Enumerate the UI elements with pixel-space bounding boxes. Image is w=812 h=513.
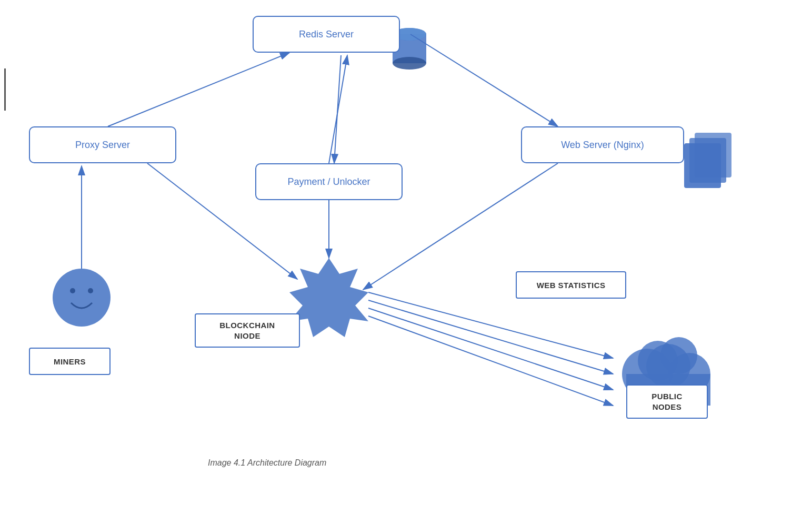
web-statistics-label: WEB STATISTICS [537, 281, 606, 290]
blockchain-node-label: BLOCKCHAINNIODE [219, 320, 275, 341]
redis-server-box: Redis Server [253, 16, 400, 53]
miners-box: MINERS [29, 348, 111, 375]
left-edge-mark [4, 68, 6, 111]
svg-line-22 [334, 55, 341, 163]
svg-point-12 [88, 288, 93, 293]
payment-unlocker-label: Payment / Unlocker [287, 176, 370, 188]
blockchain-node-box: BLOCKCHAINNIODE [195, 313, 300, 348]
payment-unlocker-box: Payment / Unlocker [255, 163, 403, 200]
web-server-box: Web Server (Nginx) [521, 126, 684, 163]
svg-point-17 [660, 337, 697, 374]
svg-line-27 [368, 292, 613, 358]
diagram-caption: Image 4.1 Architecture Diagram [208, 458, 326, 468]
svg-marker-9 [289, 258, 368, 337]
svg-point-4 [393, 57, 426, 70]
miners-label: MINERS [54, 357, 86, 366]
svg-point-16 [638, 341, 678, 381]
public-nodes-box: PUBLICNODES [626, 384, 708, 419]
svg-line-21 [329, 55, 347, 163]
svg-line-29 [368, 308, 613, 390]
svg-rect-6 [695, 133, 731, 177]
svg-line-20 [410, 34, 558, 126]
public-nodes-label: PUBLICNODES [651, 391, 683, 412]
svg-line-28 [368, 300, 613, 374]
web-statistics-box: WEB STATISTICS [516, 271, 626, 299]
svg-point-11 [70, 288, 75, 293]
svg-line-30 [368, 316, 613, 406]
architecture-diagram: Redis Server Proxy Server Payment / Unlo… [0, 0, 812, 513]
proxy-server-box: Proxy Server [29, 126, 176, 163]
svg-rect-8 [684, 143, 721, 188]
svg-line-19 [108, 53, 289, 126]
svg-rect-7 [689, 138, 726, 183]
web-server-label: Web Server (Nginx) [561, 140, 644, 151]
svg-point-10 [53, 269, 111, 327]
svg-point-14 [646, 344, 690, 388]
proxy-server-label: Proxy Server [75, 140, 130, 151]
redis-server-label: Redis Server [299, 29, 354, 40]
